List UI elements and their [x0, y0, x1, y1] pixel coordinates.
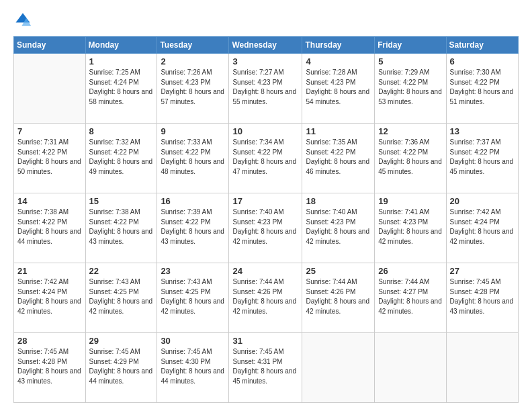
day-number: 9 — [161, 126, 225, 136]
calendar-cell: 26 Sunrise: 7:44 AMSunset: 4:27 PMDaylig… — [375, 263, 446, 333]
cell-info: Sunrise: 7:26 AMSunset: 4:23 PMDaylight:… — [161, 68, 224, 105]
calendar-cell: 24 Sunrise: 7:44 AMSunset: 4:26 PMDaylig… — [229, 263, 302, 333]
calendar-cell: 15 Sunrise: 7:38 AMSunset: 4:22 PMDaylig… — [85, 193, 157, 263]
cell-info: Sunrise: 7:38 AMSunset: 4:22 PMDaylight:… — [17, 208, 81, 245]
cell-info: Sunrise: 7:42 AMSunset: 4:24 PMDaylight:… — [450, 208, 514, 245]
calendar-cell: 14 Sunrise: 7:38 AMSunset: 4:22 PMDaylig… — [14, 193, 86, 263]
day-number: 10 — [232, 126, 298, 136]
day-number: 1 — [89, 56, 154, 66]
cell-info: Sunrise: 7:45 AMSunset: 4:28 PMDaylight:… — [17, 348, 81, 385]
calendar-cell: 31 Sunrise: 7:45 AMSunset: 4:31 PMDaylig… — [229, 333, 302, 403]
logo-icon — [13, 11, 32, 30]
day-number: 29 — [89, 336, 154, 346]
calendar-cell: 30 Sunrise: 7:45 AMSunset: 4:30 PMDaylig… — [157, 333, 229, 403]
calendar-cell: 13 Sunrise: 7:37 AMSunset: 4:22 PMDaylig… — [446, 124, 518, 193]
day-number: 13 — [450, 126, 515, 136]
calendar-week-row: 7 Sunrise: 7:31 AMSunset: 4:22 PMDayligh… — [14, 124, 519, 193]
day-number: 8 — [89, 126, 154, 136]
calendar-cell: 11 Sunrise: 7:35 AMSunset: 4:22 PMDaylig… — [302, 124, 375, 193]
calendar-day-header: Saturday — [446, 37, 518, 54]
cell-info: Sunrise: 7:27 AMSunset: 4:23 PMDaylight:… — [232, 68, 296, 105]
calendar-table: SundayMondayTuesdayWednesdayThursdayFrid… — [13, 36, 519, 403]
cell-info: Sunrise: 7:25 AMSunset: 4:24 PMDaylight:… — [89, 68, 153, 105]
calendar-cell: 5 Sunrise: 7:29 AMSunset: 4:22 PMDayligh… — [375, 54, 446, 124]
day-number: 2 — [161, 56, 225, 66]
calendar-cell: 23 Sunrise: 7:43 AMSunset: 4:25 PMDaylig… — [157, 263, 229, 333]
cell-info: Sunrise: 7:40 AMSunset: 4:23 PMDaylight:… — [306, 208, 369, 245]
day-number: 17 — [232, 196, 298, 206]
cell-info: Sunrise: 7:45 AMSunset: 4:29 PMDaylight:… — [89, 348, 153, 385]
day-number: 30 — [161, 336, 225, 346]
calendar-day-header: Wednesday — [229, 37, 302, 54]
calendar-cell: 7 Sunrise: 7:31 AMSunset: 4:22 PMDayligh… — [14, 124, 86, 193]
day-number: 20 — [450, 196, 515, 206]
day-number: 25 — [306, 266, 371, 276]
day-number: 28 — [17, 336, 82, 346]
calendar-cell — [375, 333, 446, 403]
day-number: 15 — [89, 196, 154, 206]
cell-info: Sunrise: 7:45 AMSunset: 4:31 PMDaylight:… — [232, 348, 296, 385]
cell-info: Sunrise: 7:32 AMSunset: 4:22 PMDaylight:… — [89, 138, 153, 175]
day-number: 21 — [17, 266, 82, 276]
cell-info: Sunrise: 7:29 AMSunset: 4:22 PMDaylight:… — [378, 68, 442, 105]
day-number: 27 — [450, 266, 515, 276]
calendar-cell: 19 Sunrise: 7:41 AMSunset: 4:23 PMDaylig… — [375, 193, 446, 263]
calendar-day-header: Monday — [85, 37, 157, 54]
calendar-cell: 12 Sunrise: 7:36 AMSunset: 4:22 PMDaylig… — [375, 124, 446, 193]
day-number: 5 — [378, 56, 442, 66]
calendar-cell: 3 Sunrise: 7:27 AMSunset: 4:23 PMDayligh… — [229, 54, 302, 124]
calendar-cell — [14, 54, 86, 124]
calendar-cell: 20 Sunrise: 7:42 AMSunset: 4:24 PMDaylig… — [446, 193, 518, 263]
logo — [13, 11, 35, 30]
calendar-cell: 8 Sunrise: 7:32 AMSunset: 4:22 PMDayligh… — [85, 124, 157, 193]
calendar-cell: 21 Sunrise: 7:42 AMSunset: 4:24 PMDaylig… — [14, 263, 86, 333]
cell-info: Sunrise: 7:45 AMSunset: 4:30 PMDaylight:… — [161, 348, 224, 385]
calendar-cell: 25 Sunrise: 7:44 AMSunset: 4:26 PMDaylig… — [302, 263, 375, 333]
cell-info: Sunrise: 7:30 AMSunset: 4:22 PMDaylight:… — [450, 68, 514, 105]
day-number: 16 — [161, 196, 225, 206]
calendar-cell: 10 Sunrise: 7:34 AMSunset: 4:22 PMDaylig… — [229, 124, 302, 193]
cell-info: Sunrise: 7:36 AMSunset: 4:22 PMDaylight:… — [378, 138, 442, 175]
calendar-cell: 1 Sunrise: 7:25 AMSunset: 4:24 PMDayligh… — [85, 54, 157, 124]
day-number: 11 — [306, 126, 371, 136]
calendar-day-header: Sunday — [14, 37, 86, 54]
calendar-cell: 6 Sunrise: 7:30 AMSunset: 4:22 PMDayligh… — [446, 54, 518, 124]
day-number: 12 — [378, 126, 442, 136]
cell-info: Sunrise: 7:42 AMSunset: 4:24 PMDaylight:… — [17, 278, 81, 315]
calendar-cell: 4 Sunrise: 7:28 AMSunset: 4:23 PMDayligh… — [302, 54, 375, 124]
day-number: 3 — [232, 56, 298, 66]
calendar-week-row: 14 Sunrise: 7:38 AMSunset: 4:22 PMDaylig… — [14, 193, 519, 263]
calendar-cell: 18 Sunrise: 7:40 AMSunset: 4:23 PMDaylig… — [302, 193, 375, 263]
cell-info: Sunrise: 7:35 AMSunset: 4:22 PMDaylight:… — [306, 138, 369, 175]
calendar-day-header: Thursday — [302, 37, 375, 54]
calendar-cell: 22 Sunrise: 7:43 AMSunset: 4:25 PMDaylig… — [85, 263, 157, 333]
day-number: 19 — [378, 196, 442, 206]
cell-info: Sunrise: 7:44 AMSunset: 4:26 PMDaylight:… — [232, 278, 296, 315]
cell-info: Sunrise: 7:41 AMSunset: 4:23 PMDaylight:… — [378, 208, 442, 245]
calendar-header-row: SundayMondayTuesdayWednesdayThursdayFrid… — [14, 37, 519, 54]
day-number: 31 — [232, 336, 298, 346]
day-number: 4 — [306, 56, 371, 66]
header — [13, 11, 519, 30]
cell-info: Sunrise: 7:44 AMSunset: 4:27 PMDaylight:… — [378, 278, 442, 315]
calendar-cell: 9 Sunrise: 7:33 AMSunset: 4:22 PMDayligh… — [157, 124, 229, 193]
cell-info: Sunrise: 7:40 AMSunset: 4:23 PMDaylight:… — [232, 208, 296, 245]
cell-info: Sunrise: 7:45 AMSunset: 4:28 PMDaylight:… — [450, 278, 514, 315]
cell-info: Sunrise: 7:43 AMSunset: 4:25 PMDaylight:… — [161, 278, 224, 315]
calendar-day-header: Friday — [375, 37, 446, 54]
calendar-week-row: 1 Sunrise: 7:25 AMSunset: 4:24 PMDayligh… — [14, 54, 519, 124]
calendar-cell: 2 Sunrise: 7:26 AMSunset: 4:23 PMDayligh… — [157, 54, 229, 124]
day-number: 26 — [378, 266, 442, 276]
calendar-cell: 16 Sunrise: 7:39 AMSunset: 4:22 PMDaylig… — [157, 193, 229, 263]
cell-info: Sunrise: 7:31 AMSunset: 4:22 PMDaylight:… — [17, 138, 81, 175]
cell-info: Sunrise: 7:34 AMSunset: 4:22 PMDaylight:… — [232, 138, 296, 175]
day-number: 23 — [161, 266, 225, 276]
cell-info: Sunrise: 7:39 AMSunset: 4:22 PMDaylight:… — [161, 208, 224, 245]
calendar-day-header: Tuesday — [157, 37, 229, 54]
day-number: 7 — [17, 126, 82, 136]
calendar-cell — [302, 333, 375, 403]
day-number: 22 — [89, 266, 154, 276]
cell-info: Sunrise: 7:33 AMSunset: 4:22 PMDaylight:… — [161, 138, 224, 175]
calendar-cell: 28 Sunrise: 7:45 AMSunset: 4:28 PMDaylig… — [14, 333, 86, 403]
calendar-cell — [446, 333, 518, 403]
